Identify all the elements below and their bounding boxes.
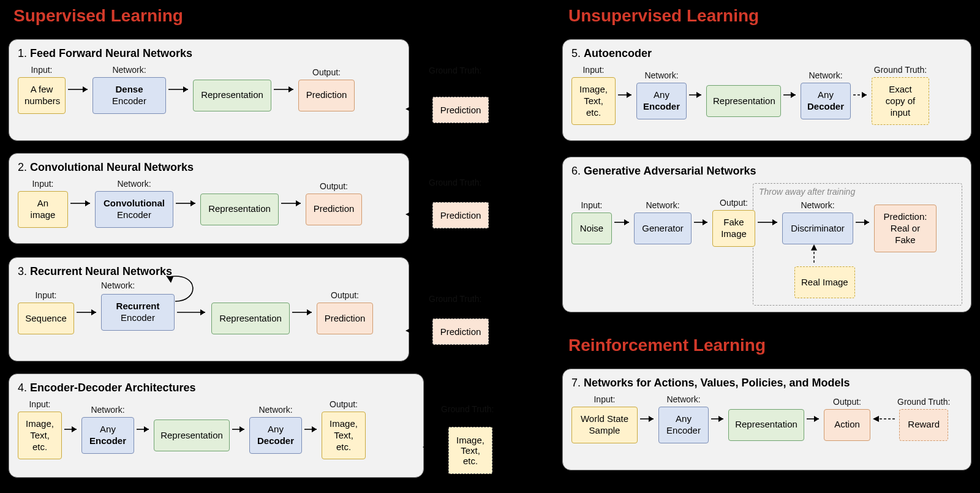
box-prediction: Prediction <box>317 303 373 334</box>
dashed-arrow-icon <box>851 89 872 101</box>
dashed-arrow-icon <box>870 413 897 425</box>
arrow-icon <box>692 216 712 228</box>
arrow-icon <box>616 89 636 101</box>
panel-name: Networks for Actions, Values, Policies, … <box>584 377 850 389</box>
label-output: Output: <box>331 290 359 300</box>
box-prediction: Prediction: Real or Fake <box>874 205 937 252</box>
box-encoder: Any Encoder <box>658 407 709 443</box>
arrow-icon <box>290 306 317 318</box>
arrow-icon <box>612 216 634 228</box>
text: Dense <box>99 84 159 96</box>
box-representation: Representation <box>211 303 290 334</box>
text: Convolutional <box>102 198 167 209</box>
section-unsupervised-title: Unsupervised Learning <box>568 6 759 26</box>
svg-marker-12 <box>144 426 149 432</box>
label-output: Output: <box>330 399 358 409</box>
box-reward: Reward <box>899 409 948 441</box>
label-input: Input: <box>35 290 56 300</box>
panel-number: 5. <box>571 47 581 59</box>
panel-ffnn: 1. Feed Forward Neural Networks Input: A… <box>9 39 409 141</box>
arrow-icon <box>230 423 249 435</box>
label-input: Input: <box>29 399 50 409</box>
box-ground-truth: Prediction <box>432 97 489 123</box>
svg-marker-8 <box>200 309 205 315</box>
label-input: Input: <box>582 65 604 75</box>
label-network: Network: <box>258 405 292 415</box>
text: Encoder <box>643 101 680 113</box>
box-input: A few numbers <box>18 77 66 114</box>
label-ground-truth: Ground Truth: <box>429 294 481 304</box>
text: Any <box>665 413 702 425</box>
box-real-image: Real Image <box>794 266 855 298</box>
panel-title: 6. Generative Adversarial Networks <box>571 165 962 178</box>
label-output: Output: <box>833 397 861 407</box>
arrow-icon <box>271 83 298 96</box>
arrow-icon <box>804 413 824 425</box>
label-input: Input: <box>31 65 52 75</box>
label-network: Network: <box>101 280 135 290</box>
panel-title: 7. Networks for Actions, Values, Policie… <box>571 377 962 390</box>
arrow-icon <box>302 423 322 435</box>
text: Encoder <box>102 209 167 221</box>
svg-marker-16 <box>312 426 317 432</box>
arrow-icon <box>175 306 211 318</box>
text: Encoder <box>665 425 702 437</box>
box-discriminator: Discriminator <box>782 213 853 244</box>
svg-marker-20 <box>696 92 701 98</box>
box-input: Image, Text, etc. <box>18 412 62 459</box>
arrow-icon <box>709 413 728 425</box>
dashed-arrow-icon <box>404 103 434 115</box>
svg-marker-38 <box>873 416 879 422</box>
panel-name: Convolutional Neural Networks <box>30 161 194 173</box>
box-encoder: Any Encoder <box>81 417 134 454</box>
panel-encdec: 4. Encoder-Decoder Architectures Input: … <box>9 374 424 478</box>
box-representation: Representation <box>193 80 271 111</box>
box-input: World State Sample <box>571 407 638 443</box>
arrow-icon <box>74 306 101 318</box>
label-network: Network: <box>117 179 151 189</box>
panel-name: Feed Forward Neural Networks <box>30 47 192 59</box>
recurrent-loop-icon <box>141 276 203 306</box>
svg-marker-26 <box>624 219 629 225</box>
panel-title: 5. Autoencoder <box>571 47 962 60</box>
arrow-icon <box>68 197 95 209</box>
text: Any <box>807 89 844 101</box>
panel-name: Generative Adversarial Networks <box>584 165 756 177</box>
panel-name: Autoencoder <box>584 47 652 59</box>
svg-marker-32 <box>649 416 654 422</box>
panel-rnn: 3. Recurrent Neural Networks Input: Sequ… <box>9 257 409 361</box>
box-generator: Generator <box>634 213 692 244</box>
box-fake-image: Fake Image <box>712 210 755 247</box>
panel-cnn: 2. Convolutional Neural Networks Input: … <box>9 153 409 244</box>
arrow-icon <box>66 83 92 96</box>
panel-rl: 7. Networks for Actions, Values, Policie… <box>562 369 971 470</box>
label-input: Input: <box>32 179 53 189</box>
svg-marker-18 <box>627 92 631 98</box>
box-ground-truth: Image, Text, etc. <box>448 427 492 474</box>
box-ground-truth: Prediction <box>432 202 489 228</box>
box-encoder: Dense Encoder <box>92 77 166 114</box>
box-representation: Representation <box>154 420 230 451</box>
text: Encoder <box>99 96 159 107</box>
panel-autoencoder: 5. Autoencoder Input: Image, Text, etc. … <box>562 39 971 141</box>
box-output: Image, Text, etc. <box>322 412 366 459</box>
section-reinforcement-title: Reinforcement Learning <box>568 336 766 355</box>
arrow-icon <box>687 89 706 101</box>
label-network: Network: <box>666 394 700 404</box>
text: Any <box>88 424 127 435</box>
label-ground-truth: Ground Truth: <box>429 66 481 75</box>
text: Any <box>256 424 295 435</box>
box-representation: Representation <box>200 194 279 225</box>
label-network: Network: <box>809 70 842 80</box>
label-network: Network: <box>646 200 679 210</box>
dashed-arrow-up-icon <box>808 244 820 266</box>
text: Any <box>643 89 680 101</box>
dashed-arrow-icon <box>404 325 434 337</box>
box-action: Action <box>824 409 870 441</box>
label-network: Network: <box>644 70 678 80</box>
box-encoder: Convolutional Encoder <box>95 191 173 228</box>
svg-marker-34 <box>718 416 723 422</box>
text: Encoder <box>88 435 127 447</box>
box-prediction: Prediction <box>298 80 355 111</box>
label-ground-truth: Ground Truth: <box>874 65 927 75</box>
